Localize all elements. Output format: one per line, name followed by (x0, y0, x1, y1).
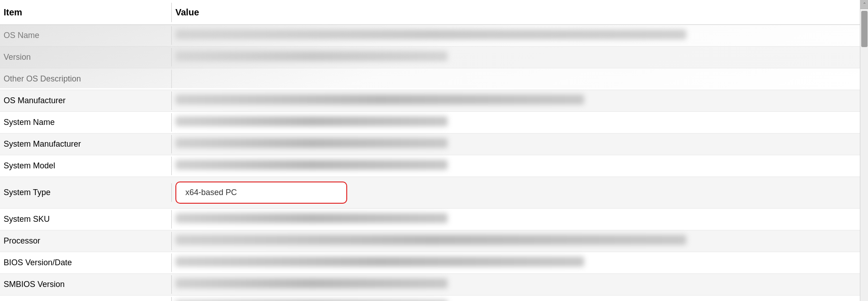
row-value (172, 296, 860, 301)
row-value (172, 25, 860, 46)
item-label: System Type (0, 183, 172, 202)
table-row: System Manufacturer (0, 134, 860, 155)
item-label: OS Manufacturer (0, 91, 172, 110)
table-row: Version (0, 47, 860, 68)
item-label: OS Name (0, 26, 172, 45)
item-label: Embedded Controller Version (0, 297, 172, 301)
redacted-value (175, 51, 448, 61)
system-info-table: Item Value OS Name Version Other OS (0, 0, 860, 301)
table-row: Other OS Description (0, 68, 860, 90)
redacted-value (175, 138, 448, 148)
row-value (172, 230, 860, 252)
table-body: OS Name Version Other OS Description OS … (0, 25, 860, 301)
scrollbar-thumb[interactable] (861, 11, 868, 47)
main-container: Item Value OS Name Version Other OS (0, 0, 868, 301)
row-value: x64-based PC (172, 177, 860, 208)
value-column-header: Value (172, 3, 860, 22)
table-row: System Type x64-based PC (0, 177, 860, 209)
row-value (172, 134, 860, 155)
row-value (172, 112, 860, 133)
table-row: BIOS Version/Date (0, 252, 860, 274)
redacted-value (175, 213, 448, 223)
row-value (172, 209, 860, 230)
row-value (172, 47, 860, 68)
table-row: Processor (0, 230, 860, 252)
table-row: OS Manufacturer (0, 90, 860, 112)
redacted-value (175, 278, 448, 288)
row-value (172, 155, 860, 177)
item-label: BIOS Version/Date (0, 253, 172, 272)
item-label: System SKU (0, 210, 172, 229)
table-row: SMBIOS Version (0, 274, 860, 296)
redacted-value (175, 95, 584, 105)
item-column-header: Item (0, 3, 172, 22)
item-label: Other OS Description (0, 70, 172, 88)
highlighted-cell: x64-based PC (175, 182, 347, 204)
item-label: Version (0, 48, 172, 67)
row-value (172, 75, 860, 84)
item-label: SMBIOS Version (0, 275, 172, 294)
scrollbar[interactable]: ⌃ (860, 0, 868, 301)
table-row: Embedded Controller Version (0, 296, 860, 301)
table-row: OS Name (0, 25, 860, 47)
item-label: Processor (0, 232, 172, 250)
row-value (172, 252, 860, 273)
item-label: System Model (0, 157, 172, 175)
table-row: System SKU (0, 209, 860, 230)
table-row: System Model (0, 155, 860, 177)
redacted-value (175, 116, 448, 126)
redacted-value (175, 29, 686, 39)
item-label: System Manufacturer (0, 135, 172, 153)
row-value (172, 274, 860, 295)
row-value (172, 90, 860, 111)
redacted-value (175, 257, 584, 267)
redacted-value (175, 235, 686, 245)
redacted-value (175, 160, 448, 170)
table-header: Item Value (0, 0, 860, 25)
scrollbar-up-button[interactable]: ⌃ (860, 0, 868, 9)
table-row: System Name (0, 112, 860, 134)
item-label: System Name (0, 113, 172, 132)
